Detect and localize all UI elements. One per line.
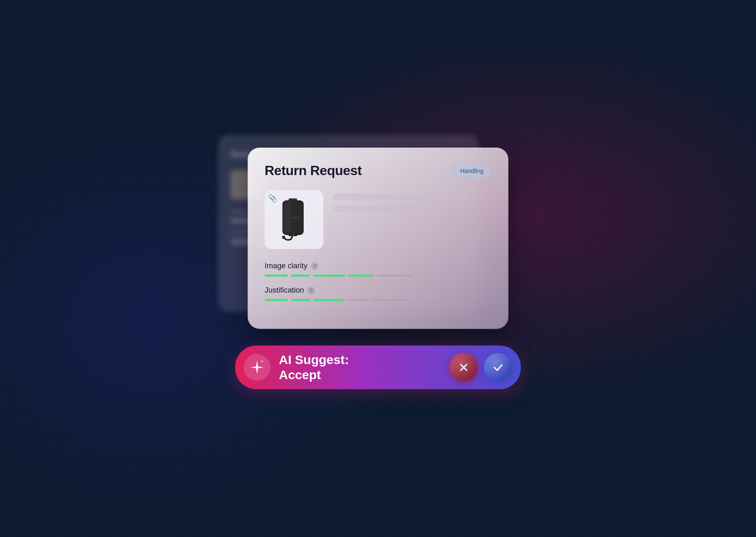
svg-point-8 bbox=[290, 217, 293, 219]
justification-text: Justification bbox=[265, 286, 304, 295]
jpbar-1 bbox=[265, 299, 288, 301]
reject-button[interactable] bbox=[449, 353, 478, 382]
svg-point-9 bbox=[294, 217, 296, 219]
product-image bbox=[273, 196, 315, 243]
pbar-2 bbox=[291, 275, 310, 277]
product-image-box: 📎 bbox=[265, 190, 323, 249]
card-title: Return Request bbox=[265, 163, 362, 178]
product-detail-bar bbox=[333, 205, 436, 212]
product-name-bar bbox=[333, 194, 468, 200]
return-request-card: Return Request Handling 📎 bbox=[248, 148, 508, 329]
justification-label: Justification ? bbox=[265, 286, 491, 295]
pbar-3 bbox=[313, 275, 345, 277]
svg-point-10 bbox=[297, 217, 299, 219]
ai-sparkle-icon bbox=[249, 359, 265, 376]
x-icon bbox=[458, 361, 470, 373]
attachment-icon: 📎 bbox=[268, 194, 277, 203]
ai-line1: AI Suggest: Accept bbox=[279, 353, 349, 382]
ai-actions bbox=[449, 353, 512, 382]
ai-icon-wrapper bbox=[244, 354, 270, 381]
svg-rect-2 bbox=[283, 201, 291, 234]
jpbar-2 bbox=[291, 299, 310, 301]
svg-rect-4 bbox=[290, 233, 296, 236]
image-clarity-label: Image clarity ? bbox=[265, 262, 491, 270]
justification-bars bbox=[265, 299, 491, 301]
check-icon bbox=[492, 361, 504, 373]
pbar-4 bbox=[348, 275, 373, 277]
svg-rect-7 bbox=[289, 199, 297, 201]
svg-rect-6 bbox=[283, 236, 285, 238]
handling-badge: Handling bbox=[452, 164, 491, 178]
scene: Retur... Image c... Justific... Return R… bbox=[235, 148, 521, 389]
image-clarity-text: Image clarity bbox=[265, 262, 307, 270]
jpbar-5 bbox=[373, 299, 408, 301]
pbar-5 bbox=[377, 275, 412, 277]
accept-button[interactable] bbox=[484, 353, 512, 382]
image-clarity-help-icon[interactable]: ? bbox=[311, 262, 318, 270]
card-header: Return Request Handling bbox=[265, 163, 491, 178]
justification-metric: Justification ? bbox=[265, 286, 491, 301]
jpbar-4 bbox=[348, 299, 369, 301]
image-clarity-bars bbox=[265, 275, 491, 277]
justification-help-icon[interactable]: ? bbox=[307, 287, 315, 294]
jpbar-3 bbox=[313, 299, 345, 301]
image-clarity-metric: Image clarity ? bbox=[265, 262, 491, 277]
ai-suggestion-bar: AI Suggest: Accept bbox=[235, 346, 521, 389]
product-info bbox=[333, 190, 491, 212]
ai-suggestion-text: AI Suggest: Accept bbox=[279, 352, 441, 382]
pbar-1 bbox=[265, 275, 288, 277]
product-section: 📎 bbox=[265, 190, 491, 249]
